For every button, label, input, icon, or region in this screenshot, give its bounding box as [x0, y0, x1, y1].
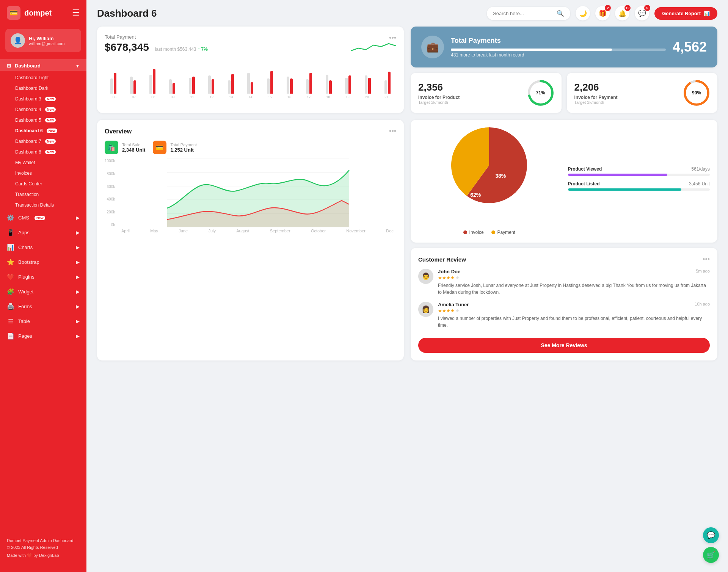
red-bar: [329, 80, 332, 94]
bar-pair: [345, 67, 351, 94]
gray-bar: [149, 75, 152, 94]
nav-label: Table: [18, 318, 30, 324]
message-button[interactable]: 💬 5: [635, 6, 649, 20]
bar-label: 08: [144, 95, 163, 99]
total-payment-icon: 💳: [153, 141, 166, 154]
bar-label: 13: [221, 95, 241, 99]
sidebar-item-invoices[interactable]: Invoices: [0, 168, 86, 179]
invoice-product-target: Target 3k/month: [418, 100, 460, 105]
payment-legend-label: Payment: [497, 230, 515, 235]
moon-button[interactable]: 🌙: [576, 6, 590, 20]
sidebar-item-transaction-details[interactable]: Transaction Details: [0, 200, 86, 210]
total-payments-sub: 431 more to break last month record: [451, 52, 666, 58]
bar-pair: [110, 67, 116, 94]
more-options-icon[interactable]: •••: [389, 34, 396, 42]
right-bottom-section: 62% 38% Invoice Payment: [411, 120, 717, 360]
sidebar-item-dashboard-7[interactable]: Dashboard 7New: [0, 136, 86, 147]
area-chart-wrapper: 1000k800k600k400k200k0k: [105, 159, 396, 227]
sidebar-item-charts[interactable]: 📊 Charts ▶: [0, 240, 86, 255]
generate-report-button[interactable]: Generate Report 📊: [654, 7, 717, 20]
bar-label: 21: [377, 95, 396, 99]
see-more-reviews-button[interactable]: See More Reviews: [418, 338, 710, 353]
search-input[interactable]: [493, 11, 554, 16]
support-float-button[interactable]: 💬: [703, 527, 719, 543]
logo-area: 💳 dompet: [7, 6, 52, 20]
float-buttons: 💬 🛒: [703, 527, 719, 563]
nav-label: Pages: [18, 333, 32, 339]
sidebar-item-dashboard-light[interactable]: Dashboard Light: [0, 72, 86, 83]
area-chart-svg: [120, 159, 396, 227]
sidebar-header: 💳 dompet ☰: [0, 0, 86, 26]
bar-pair: [365, 67, 371, 94]
bar-label: 17: [299, 95, 318, 99]
overview-card: Overview ••• 🛍️ Total Sale 2,346 Unit 💳 …: [97, 120, 404, 360]
donut-label: 71%: [536, 90, 545, 96]
overview-more-icon[interactable]: •••: [389, 127, 396, 135]
bar-pair: [247, 67, 253, 94]
chevron-right-icon: ▶: [76, 318, 80, 324]
invoice-product-donut: 71%: [527, 80, 554, 106]
bar-group: [105, 67, 122, 94]
bar-group: [202, 67, 220, 94]
product-listed-bar: [568, 188, 710, 191]
sidebar-item-pages[interactable]: 📄 Pages ▶: [0, 329, 86, 343]
invoice-payment-number: 2,206: [574, 81, 618, 93]
review-more-icon[interactable]: •••: [703, 255, 710, 263]
invoice-product-card: 2,356 Invoice for Product Target 3k/mont…: [411, 73, 562, 113]
reviewer-time-2: 10h ago: [695, 302, 710, 306]
product-listed-fill: [568, 188, 682, 191]
invoice-payment-info: 2,206 Invoice for Payment Target 3k/mont…: [574, 81, 618, 105]
nav-icon: 📱: [7, 229, 14, 236]
nav-group-dashboard[interactable]: ⊞ Dashboard ▼: [0, 59, 86, 71]
reviewer-time-1: 5m ago: [696, 269, 710, 273]
footer-brand: Dompet Payment Admin Dashboard: [7, 538, 80, 544]
total-sale-value: 2,346 Unit: [122, 147, 145, 153]
sidebar-item-forms[interactable]: 🖨️ Forms ▶: [0, 299, 86, 314]
sidebar-item-bootstrap[interactable]: ⭐ Bootstrap ▶: [0, 255, 86, 270]
gift-badge: 2: [605, 5, 611, 11]
sidebar-item-dashboard-3[interactable]: Dashboard 3New: [0, 94, 86, 104]
review-content-1: John Doe ★★★★★ 5m ago Friendly service J…: [438, 269, 710, 296]
nav-item-left: ⭐ Bootstrap: [7, 259, 39, 266]
avatar: 👤: [11, 33, 25, 48]
red-bar: [388, 72, 391, 94]
sidebar-item-cms[interactable]: ⚙️ CMS New ▶: [0, 210, 86, 225]
sidebar-item-transaction[interactable]: Transaction: [0, 189, 86, 200]
bar-group: [242, 67, 259, 94]
sidebar-item-dashboard-6[interactable]: Dashboard 6New: [0, 125, 86, 136]
invoice-legend-label: Invoice: [469, 230, 484, 235]
bar-group: [281, 67, 298, 94]
sidebar-item-cards-center[interactable]: Cards Center: [0, 179, 86, 189]
sidebar-item-dashboard-4[interactable]: Dashboard 4New: [0, 104, 86, 115]
sidebar-item-apps[interactable]: 📱 Apps ▶: [0, 225, 86, 240]
bar-group: [339, 67, 357, 94]
cart-float-button[interactable]: 🛒: [703, 547, 719, 563]
gift-button[interactable]: 🎁 2: [595, 6, 610, 20]
sidebar: 💳 dompet ☰ 👤 Hi, William william@gmail.c…: [0, 0, 86, 572]
sidebar-item-widget[interactable]: 🧩 Widget ▶: [0, 284, 86, 299]
product-stats-section: Product Viewed 561/days Product Listed 3…: [568, 166, 710, 196]
gray-bar: [365, 75, 367, 94]
red-bar: [212, 79, 214, 94]
invoice-cards-row: 2,356 Invoice for Product Target 3k/mont…: [411, 73, 717, 113]
bar-pair: [130, 67, 136, 94]
sidebar-item-dashboard-dark[interactable]: Dashboard Dark: [0, 83, 86, 94]
chevron-right-icon: ▶: [76, 259, 80, 265]
sidebar-item-table[interactable]: ☰ Table ▶: [0, 314, 86, 329]
review-text-2: I viewed a number of properties with Jus…: [438, 315, 710, 329]
sidebar-item-dashboard-5[interactable]: Dashboard 5New: [0, 115, 86, 125]
gift-icon: 🎁: [599, 9, 607, 17]
card-amount: $678,345: [105, 41, 149, 53]
sidebar-item-dashboard-8[interactable]: Dashboard 8New: [0, 147, 86, 157]
sidebar-item-my-wallet[interactable]: My Wallet: [0, 157, 86, 168]
bell-button[interactable]: 🔔 12: [615, 6, 629, 20]
hamburger-button[interactable]: ☰: [72, 8, 80, 18]
total-payments-blue-card: 💼 Total Payments 431 more to break last …: [411, 27, 717, 67]
search-icon[interactable]: 🔍: [557, 10, 564, 17]
gray-bar: [130, 77, 133, 94]
sidebar-item-plugins[interactable]: ❤️ Plugins ▶: [0, 270, 86, 284]
bar-group: [261, 67, 279, 94]
gray-bar: [208, 75, 211, 94]
red-bar: [114, 73, 116, 94]
bar-pair: [149, 67, 155, 94]
